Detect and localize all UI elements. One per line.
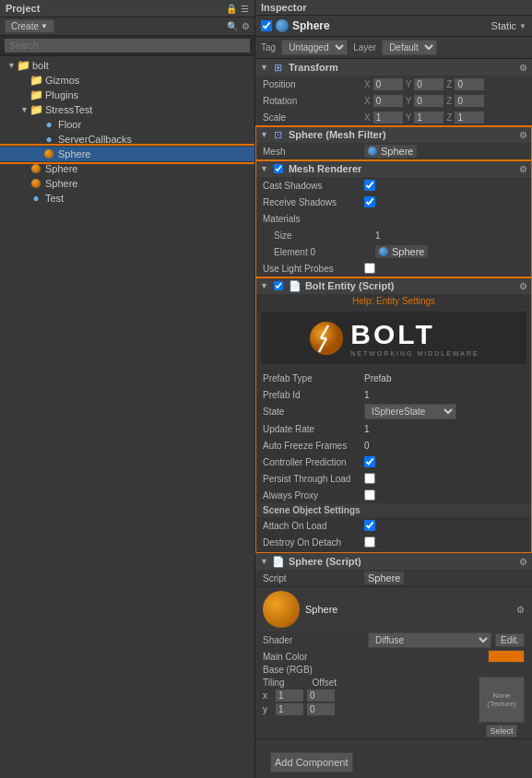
object-sphere-icon — [276, 19, 289, 32]
rotation-value: X Y Z — [364, 95, 525, 107]
pos-z-input[interactable] — [455, 78, 484, 90]
pos-x-input[interactable] — [373, 78, 403, 90]
controller-prediction-checkbox[interactable] — [364, 456, 375, 467]
mesh-filter-arrow: ▼ — [260, 130, 268, 139]
tree-item-test[interactable]: ● Test — [0, 191, 254, 206]
tree-item-sphere3[interactable]: Sphere — [0, 176, 254, 191]
use-light-probes-checkbox[interactable] — [364, 263, 375, 274]
rot-x-input[interactable] — [373, 95, 403, 107]
lock-icon[interactable]: 🔒 — [226, 4, 237, 14]
layer-select[interactable]: Default — [382, 40, 437, 55]
bolt-entity-header[interactable]: ▼ 📄 Bolt Entity (Script) ⚙ — [255, 277, 532, 294]
main-color-label: Main Color — [263, 652, 482, 662]
settings-icon[interactable]: ⚙ — [242, 21, 250, 31]
transform-settings-icon[interactable]: ⚙ — [519, 63, 527, 73]
main-color-swatch[interactable] — [488, 650, 525, 663]
bolt-label: bolt — [32, 60, 49, 71]
transform-header[interactable]: ▼ ⊞ Transform ⚙ — [255, 59, 532, 76]
y-tiling-input[interactable] — [276, 703, 303, 715]
mesh-filter-icon: ⊡ — [272, 128, 285, 141]
menu-icon[interactable]: ☰ — [241, 4, 249, 14]
bolt-entity-active[interactable] — [274, 281, 283, 290]
mesh-renderer-active[interactable] — [274, 164, 283, 173]
rotation-row: Rotation X Y Z — [255, 92, 532, 109]
mesh-filter-header[interactable]: ▼ ⊡ Sphere (Mesh Filter) ⚙ — [255, 126, 532, 143]
mesh-filter-section: ▼ ⊡ Sphere (Mesh Filter) ⚙ Mesh Sphere — [255, 126, 532, 160]
tree-item-servercallbacks[interactable]: ● ServerCallbacks — [0, 132, 254, 147]
x-tiling-input[interactable] — [276, 690, 303, 701]
controller-prediction-row: Controller Prediction — [255, 454, 532, 470]
material-preview: Sphere ⚙ — [255, 587, 532, 631]
mesh-field[interactable]: Sphere — [364, 145, 417, 158]
bolt-help-link[interactable]: Help: Entity Settings — [255, 294, 532, 308]
destroy-on-detach-checkbox[interactable] — [364, 536, 375, 548]
material-settings-icon[interactable]: ⚙ — [516, 605, 525, 615]
element0-field[interactable]: Sphere — [375, 245, 428, 258]
material-name-row: Sphere ⚙ — [305, 604, 525, 615]
material-name: Sphere — [305, 604, 337, 615]
tree-item-bolt[interactable]: ▼ 📁 bolt — [0, 58, 254, 73]
attach-on-load-label: Attach On Load — [263, 521, 364, 531]
bolt-logo-subtitle: NETWORKING MIDDLEWARE — [350, 350, 479, 357]
shader-edit-button[interactable]: Edit. — [495, 633, 525, 647]
rot-y-input[interactable] — [414, 95, 443, 107]
transform-section: ▼ ⊞ Transform ⚙ Position X Y Z Rotation … — [255, 59, 532, 126]
y-offset-input[interactable] — [307, 703, 335, 715]
sphere3-icon — [30, 177, 42, 190]
cast-shadows-checkbox[interactable] — [364, 180, 375, 191]
object-active-checkbox[interactable] — [261, 20, 272, 31]
receive-shadows-value — [364, 196, 525, 207]
mesh-filter-menu-icon[interactable]: ⚙ — [519, 130, 527, 140]
tree-item-gizmos[interactable]: 📁 Gizmos — [0, 73, 254, 88]
script-field[interactable]: Sphere — [364, 572, 404, 584]
toolbar-row: Create ▼ 🔍 ⚙ — [0, 18, 254, 36]
floor-go-icon: ● — [42, 118, 55, 131]
sphere2-icon — [30, 162, 42, 175]
pos-y-input[interactable] — [414, 78, 443, 90]
mesh-renderer-header[interactable]: ▼ Mesh Renderer ⚙ — [255, 160, 532, 177]
bolt-entity-arrow: ▼ — [260, 281, 268, 290]
sphere-script-menu-icon[interactable]: ⚙ — [519, 557, 527, 567]
scale-y-input[interactable] — [414, 112, 443, 124]
static-dropdown-arrow[interactable]: ▼ — [519, 22, 526, 30]
create-button[interactable]: Create ▼ — [5, 19, 54, 33]
rot-z-input[interactable] — [455, 95, 484, 107]
x-offset-input[interactable] — [307, 690, 335, 701]
always-proxy-checkbox[interactable] — [364, 489, 375, 501]
mesh-renderer-menu-icon[interactable]: ⚙ — [519, 164, 527, 174]
scale-z-input[interactable] — [455, 112, 484, 124]
texture-box[interactable]: None (Texture) — [479, 677, 525, 723]
tree-item-plugins[interactable]: 📁 Plugins — [0, 88, 254, 102]
tree-item-floor[interactable]: ● Floor — [0, 117, 254, 132]
persist-through-load-checkbox[interactable] — [364, 473, 375, 484]
transform-title: Transform — [289, 62, 519, 73]
texture-select-button[interactable]: Select — [486, 725, 516, 737]
state-select[interactable]: ISphereState — [364, 404, 456, 419]
receive-shadows-checkbox[interactable] — [364, 196, 375, 207]
test-label: Test — [45, 193, 64, 204]
object-name[interactable]: Sphere — [292, 19, 330, 32]
project-tree: ▼ 📁 bolt 📁 Gizmos 📁 Plugins ▼ 📁 StressTe… — [0, 56, 254, 778]
project-header: Project 🔒 ☰ — [0, 0, 254, 18]
search-icon[interactable]: 🔍 — [227, 21, 238, 31]
use-light-probes-row: Use Light Probes — [255, 260, 532, 277]
shader-select[interactable]: Diffuse — [368, 632, 491, 648]
tree-item-sphere-selected[interactable]: Sphere — [0, 147, 254, 161]
sphere-script-icon: 📄 — [272, 555, 285, 568]
tag-select[interactable]: Untagged — [281, 40, 348, 55]
add-component-button[interactable]: Add Component — [270, 752, 353, 772]
tree-item-sphere2[interactable]: Sphere — [0, 161, 254, 176]
tree-item-stresstest[interactable]: ▼ 📁 StressTest — [0, 102, 254, 117]
material-section: Sphere ⚙ Shader Diffuse Edit. Main Color… — [255, 587, 532, 739]
transform-arrow: ▼ — [260, 63, 268, 72]
bolt-logo-area: BOLT NETWORKING MIDDLEWARE — [261, 312, 526, 364]
inspector-title: Inspector — [261, 2, 307, 13]
search-input[interactable] — [5, 39, 250, 53]
rot-y-label: Y — [406, 96, 412, 106]
sphere-script-header[interactable]: ▼ 📄 Sphere (Script) ⚙ — [255, 553, 532, 570]
bolt-entity-menu-icon[interactable]: ⚙ — [519, 281, 527, 291]
scale-x-input[interactable] — [373, 112, 403, 124]
material-sphere-ball — [263, 591, 300, 628]
project-panel: Project 🔒 ☰ Create ▼ 🔍 ⚙ ▼ 📁 bolt 📁 — [0, 0, 255, 778]
attach-on-load-checkbox[interactable] — [364, 520, 375, 531]
